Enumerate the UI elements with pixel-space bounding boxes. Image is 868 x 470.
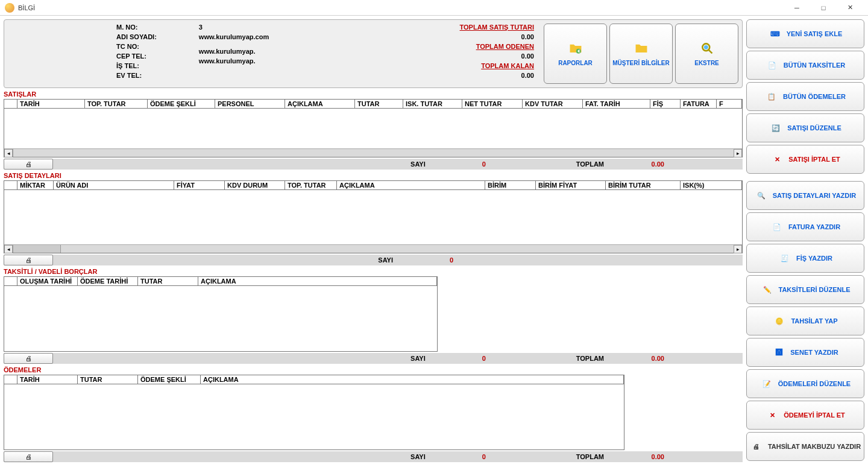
col-aciklama3[interactable]: AÇIKLAMA <box>198 277 437 285</box>
col-birimtutar[interactable]: BİRİM TUTAR <box>606 181 681 189</box>
odemeyi-iptal-button[interactable]: ✕ÖDEMEYİ İPTAL ET <box>746 401 864 430</box>
col-tutar2[interactable]: TUTAR <box>138 277 198 285</box>
pencil-icon: ✏️ <box>761 283 774 296</box>
col-tarih2[interactable]: TARİH <box>17 375 78 384</box>
col-isk[interactable]: ISK(%) <box>681 181 742 189</box>
col-fiyat[interactable]: FİYAT <box>174 181 225 189</box>
detaylar-footer: 🖨 SAYI 0 <box>4 255 743 265</box>
col-tarih[interactable]: TARİH <box>17 100 85 108</box>
col-tutar3[interactable]: TUTAR <box>78 375 138 384</box>
taksitleri-duzenle-button[interactable]: ✏️TAKSİTLERİ DÜZENLE <box>746 275 864 304</box>
musteri-label: MÜŞTERİ BİLGİLER <box>612 60 669 66</box>
col-personel[interactable]: PERSONEL <box>215 100 285 108</box>
label-tcno: TC NO: <box>116 43 157 50</box>
label-is: İŞ TEL: <box>116 62 157 69</box>
satislar-footer: 🖨 SAYI 0 TOPLAM 0.00 <box>4 159 743 170</box>
app-icon <box>5 3 14 13</box>
col-urunadi[interactable]: ÜRÜN ADI <box>54 181 174 189</box>
col-aciklama2[interactable]: AÇIKLAMA <box>337 181 485 189</box>
satislar-sayi: 0 <box>450 160 486 168</box>
satislar-toplam: 0.00 <box>628 160 664 168</box>
butun-odemeler-button[interactable]: 📋BÜTÜN ÖDEMELER <box>746 82 864 111</box>
taksit-toplam-lbl: TOPLAM <box>576 355 604 362</box>
search-icon: 🔍 <box>755 189 768 202</box>
col-kdvdurum[interactable]: KDV DURUM <box>225 181 285 189</box>
taksit-grid[interactable]: OLUŞMA TARİHİ ÖDEME TARİHİ TUTAR AÇIKLAM… <box>4 276 438 352</box>
col-olusma[interactable]: OLUŞMA TARİHİ <box>17 277 78 285</box>
print-detaylar-button[interactable]: 🖨 <box>4 255 53 265</box>
taksit-sayi: 0 <box>450 355 486 362</box>
col-odeme[interactable]: ÖDEME ŞEKLİ <box>148 100 215 108</box>
col-fattarih[interactable]: FAT. TARİH <box>583 100 650 108</box>
font-icon: 🅰 <box>772 346 785 359</box>
edit-doc-icon: 📝 <box>760 377 773 390</box>
detaylar-scrollbar[interactable]: ◂▸ <box>4 244 742 253</box>
search-icon <box>700 42 714 55</box>
report-icon <box>569 42 582 55</box>
satislar-toplam-lbl: TOPLAM <box>576 160 604 168</box>
maximize-button[interactable]: □ <box>810 0 837 16</box>
col-toptutar[interactable]: TOP. TUTAR <box>85 100 148 108</box>
value-total-odenen: 0.00 <box>492 52 534 60</box>
col-aciklama4[interactable]: AÇIKLAMA <box>201 375 624 384</box>
raporlar-card[interactable]: RAPORLAR <box>544 24 607 84</box>
col-aciklama[interactable]: AÇIKLAMA <box>285 100 355 108</box>
senet-yazdir-button[interactable]: 🅰SENET YAZDIR <box>746 338 864 367</box>
odemeler-footer: 🖨 SAYI 0 TOPLAM 0.00 <box>4 451 743 462</box>
printer-icon: 🖨 <box>25 355 32 362</box>
odemeler-toplam-lbl: TOPLAM <box>576 453 604 460</box>
print-icon: 🖨 <box>750 440 763 453</box>
tahsilat-yap-button[interactable]: 🪙TAHSİLAT YAP <box>746 306 864 335</box>
ekstre-label: EKSTRE <box>694 60 719 66</box>
svg-line-3 <box>708 49 712 53</box>
satislar-grid[interactable]: TARİH TOP. TUTAR ÖDEME ŞEKLİ PERSONEL AÇ… <box>4 99 743 157</box>
col-tutar[interactable]: TUTAR <box>355 100 403 108</box>
col-birim[interactable]: BİRİM <box>485 181 536 189</box>
detaylar-sayi-lbl: SAYI <box>378 256 393 264</box>
col-fis[interactable]: FİŞ <box>650 100 681 108</box>
ekstre-card[interactable]: EKSTRE <box>675 24 738 84</box>
yeni-satis-ekle-button[interactable]: ⌨YENİ SATIŞ EKLE <box>746 19 864 48</box>
col-toptutar2[interactable]: TOP. TUTAR <box>285 181 337 189</box>
print-satislar-button[interactable]: 🖨 <box>4 159 53 170</box>
keyboard-icon: ⌨ <box>769 27 782 40</box>
tahsilat-makbuz-button[interactable]: 🖨TAHSİLAT MAKBUZU YAZDIR <box>746 432 864 461</box>
col-birimfiyat[interactable]: BİRİM FİYAT <box>536 181 606 189</box>
butun-taksitler-button[interactable]: 📄BÜTÜN TAKSİTLER <box>746 51 864 80</box>
odemeleri-duzenle-button[interactable]: 📝ÖDEMELERİ DÜZENLE <box>746 369 864 398</box>
col-nettutar[interactable]: NET TUTAR <box>462 100 523 108</box>
col-odemetarih[interactable]: ÖDEME TARİHİ <box>78 277 138 285</box>
satisi-iptal-button[interactable]: ✕SATIŞI İPTAL ET <box>746 145 864 174</box>
value-is: www.kurulumyap. <box>199 48 269 55</box>
col-fatura[interactable]: FATURA <box>681 100 717 108</box>
col-isktutar[interactable]: ISK. TUTAR <box>403 100 462 108</box>
col-odemesekli[interactable]: ÖDEME ŞEKLİ <box>138 375 201 384</box>
musteri-card[interactable]: MÜŞTERİ BİLGİLER <box>609 24 673 84</box>
x-icon: ✕ <box>770 153 784 166</box>
coins-icon: 🪙 <box>773 314 786 328</box>
odemeler-grid[interactable]: TARİH TUTAR ÖDEME ŞEKLİ AÇIKLAMA <box>4 375 624 450</box>
satislar-scrollbar[interactable]: ◂▸ <box>4 148 742 157</box>
close-button[interactable]: ✕ <box>837 0 863 16</box>
fatura-yazdir-button[interactable]: 📄FATURA YAZDIR <box>746 212 864 241</box>
minimize-button[interactable]: ─ <box>784 0 810 16</box>
detaylar-grid[interactable]: MİKTAR ÜRÜN ADI FİYAT KDV DURUM TOP. TUT… <box>4 180 743 253</box>
refresh-icon: 🔄 <box>769 121 782 135</box>
taksit-footer: 🖨 SAYI 0 TOPLAM 0.00 <box>4 353 743 364</box>
label-total-satis: TOPLAM SATIŞ TUTARI <box>460 24 534 31</box>
fis-yazdir-button[interactable]: 🧾FİŞ YAZDIR <box>746 244 864 273</box>
col-miktar[interactable]: MİKTAR <box>17 181 54 189</box>
sidebar: ⌨YENİ SATIŞ EKLE 📄BÜTÜN TAKSİTLER 📋BÜTÜN… <box>746 19 864 462</box>
raporlar-label: RAPORLAR <box>558 60 593 66</box>
titlebar: BİLGİ ─ □ ✕ <box>0 0 868 16</box>
satisi-duzenle-button[interactable]: 🔄SATIŞI DÜZENLE <box>746 113 864 142</box>
col-f[interactable]: F <box>717 100 742 108</box>
x-icon: ✕ <box>766 408 779 422</box>
print-odemeler-button[interactable]: 🖨 <box>4 451 53 462</box>
printer-icon: 🖨 <box>25 453 32 460</box>
label-ev: EV TEL: <box>116 72 157 79</box>
customer-info-panel: M. NO: ADI SOYADI: TC NO: CEP TEL: İŞ TE… <box>4 19 743 88</box>
satis-detay-yazdir-button[interactable]: 🔍SATIŞ DETAYLARI YAZDIR <box>746 181 864 210</box>
col-kdvtutar[interactable]: KDV TUTAR <box>523 100 583 108</box>
print-taksit-button[interactable]: 🖨 <box>4 353 53 364</box>
